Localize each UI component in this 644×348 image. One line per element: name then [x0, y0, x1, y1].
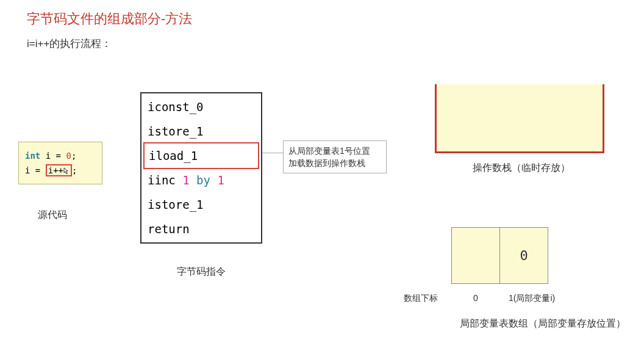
bytecode-line: istore_1 — [141, 192, 261, 217]
highlight-inc-expr: i++ — [46, 164, 72, 176]
bytecode-line-highlighted: iload_1 — [143, 142, 259, 169]
semicolon: ; — [71, 151, 76, 161]
local-var-table: 0 — [451, 227, 548, 284]
source-label: 源代码 — [38, 209, 67, 222]
keyword-int: int — [25, 151, 40, 161]
semicolon: ; — [72, 165, 77, 175]
text: i = — [40, 151, 66, 161]
src-line-2: i = i++; — [25, 163, 96, 178]
bytecode-box: iconst_0 istore_1 iload_1 iinc 1 by 1 is… — [140, 92, 262, 244]
lvt-cell-0 — [451, 227, 500, 284]
cursor-icon — [63, 164, 70, 172]
subtitle: i=i++的执行流程： — [27, 37, 112, 51]
operand-stack-label: 操作数栈（临时存放） — [473, 162, 570, 175]
callout-connector — [262, 153, 283, 153]
bytecode-label: 字节码指令 — [177, 266, 226, 278]
bytecode-line: iinc 1 by 1 — [141, 168, 261, 192]
lvt-cell-1: 0 — [499, 227, 548, 284]
callout-text: 从局部变量表1号位置 — [288, 145, 381, 157]
literal-zero: 0 — [66, 151, 71, 161]
literal: 1 — [217, 173, 224, 187]
src-line-1: int i = 0; — [25, 148, 96, 163]
page-title: 字节码文件的组成部分-方法 — [27, 10, 192, 28]
callout-text: 加载数据到操作数栈 — [288, 157, 381, 169]
literal: 1 — [182, 173, 189, 187]
source-code-box: int i = 0; i = i++; — [18, 142, 102, 184]
lvt-index-label: 数组下标 — [404, 293, 438, 304]
text: i = — [25, 165, 46, 175]
keyword-by: by — [190, 173, 218, 187]
lvt-index-0: 0 — [473, 293, 478, 303]
lvt-caption: 局部变量表数组（局部变量存放位置） — [460, 317, 626, 330]
operand-stack — [435, 84, 604, 153]
bytecode-line: return — [141, 217, 261, 241]
lvt-index-1: 1(局部变量i) — [509, 293, 555, 304]
bytecode-line: iconst_0 — [141, 95, 261, 119]
callout-box: 从局部变量表1号位置 加载数据到操作数栈 — [283, 140, 387, 173]
bytecode-line: istore_1 — [141, 119, 261, 143]
